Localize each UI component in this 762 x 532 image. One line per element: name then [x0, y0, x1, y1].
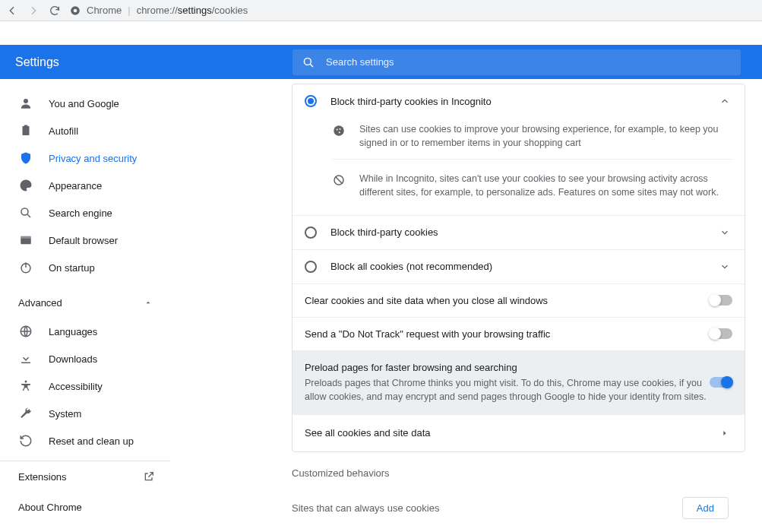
- sidebar-item-default-browser[interactable]: Default browser: [0, 226, 170, 254]
- site-label: Chrome: [87, 5, 122, 16]
- add-button[interactable]: Add: [682, 497, 729, 519]
- svg-point-14: [25, 381, 27, 383]
- site-icon: [70, 5, 81, 16]
- search-input[interactable]: [326, 56, 732, 68]
- chevron-up-icon: [144, 299, 152, 306]
- browser-icon: [18, 233, 33, 248]
- wrench-icon: [18, 406, 33, 421]
- radio-unselected[interactable]: [305, 226, 317, 239]
- search-box[interactable]: [292, 49, 741, 75]
- sidebar-item-autofill[interactable]: Autofill: [0, 117, 170, 144]
- sidebar-item-about[interactable]: About Chrome: [0, 492, 170, 522]
- toggle-do-not-track[interactable]: Send a "Do Not Track" request with your …: [292, 317, 745, 350]
- sidebar-item-appearance[interactable]: Appearance: [0, 172, 170, 199]
- settings-header: Settings: [0, 45, 762, 79]
- option-description: Sites can use cookies to improve your br…: [292, 118, 745, 215]
- power-icon: [18, 260, 33, 275]
- content-panel: Block third-party cookies in Incognito S…: [170, 79, 762, 532]
- forward-button[interactable]: [27, 5, 40, 17]
- block-icon: [332, 173, 346, 187]
- svg-point-17: [340, 128, 341, 130]
- download-icon: [18, 351, 33, 366]
- row-see-all-cookies[interactable]: See all cookies and site data: [292, 414, 745, 451]
- toggle-preload[interactable]: Preload pages for faster browsing and se…: [292, 350, 745, 414]
- svg-line-3: [310, 64, 313, 67]
- svg-point-16: [337, 129, 338, 131]
- shield-icon: [18, 150, 33, 166]
- option-block-third-party[interactable]: Block third-party cookies: [292, 215, 745, 249]
- address-bar[interactable]: Chrome | chrome://settings/cookies: [70, 5, 248, 16]
- cookies-card: Block third-party cookies in Incognito S…: [292, 84, 745, 452]
- radio-unselected[interactable]: [305, 261, 317, 273]
- sidebar-item-startup[interactable]: On startup: [0, 254, 170, 281]
- svg-rect-10: [21, 236, 31, 239]
- cookie-icon: [332, 124, 346, 138]
- svg-point-7: [21, 208, 28, 215]
- svg-point-4: [24, 99, 28, 103]
- svg-point-15: [334, 125, 344, 136]
- globe-icon: [18, 324, 33, 339]
- radio-selected[interactable]: [305, 95, 317, 107]
- svg-rect-6: [24, 125, 28, 128]
- accessibility-icon: [18, 378, 33, 394]
- svg-point-18: [339, 131, 340, 133]
- url-text: chrome://settings/cookies: [137, 5, 248, 16]
- page-title: Settings: [15, 55, 277, 69]
- chevron-up-icon: [717, 93, 732, 109]
- advanced-toggle[interactable]: Advanced: [0, 287, 170, 318]
- chevron-right-icon: [717, 426, 732, 441]
- sidebar-item-accessibility[interactable]: Accessibility: [0, 372, 170, 400]
- sidebar-item-you-and-google[interactable]: You and Google: [0, 90, 170, 117]
- svg-point-2: [304, 58, 311, 65]
- sidebar-item-search-engine[interactable]: Search engine: [0, 199, 170, 226]
- svg-line-20: [336, 177, 343, 184]
- external-link-icon: [143, 470, 155, 483]
- option-block-incognito[interactable]: Block third-party cookies in Incognito: [292, 84, 745, 118]
- sidebar-item-reset[interactable]: Reset and clean up: [0, 427, 170, 454]
- sidebar-item-privacy[interactable]: Privacy and security: [0, 144, 170, 172]
- sidebar-item-downloads[interactable]: Downloads: [0, 345, 170, 372]
- person-icon: [18, 96, 33, 111]
- sidebar: You and Google Autofill Privacy and secu…: [0, 79, 170, 532]
- toggle-clear-on-close[interactable]: Clear cookies and site data when you clo…: [292, 283, 745, 317]
- chevron-down-icon: [717, 225, 732, 240]
- search-icon: [302, 55, 315, 69]
- allow-sites-section: Sites that can always use cookies Add: [170, 482, 745, 519]
- sidebar-item-extensions[interactable]: Extensions: [0, 461, 170, 492]
- option-block-all[interactable]: Block all cookies (not recommended): [292, 249, 745, 283]
- switch-off[interactable]: [710, 328, 732, 339]
- clipboard-icon: [18, 123, 33, 138]
- restore-icon: [18, 433, 33, 448]
- reload-button[interactable]: [49, 5, 61, 17]
- palette-icon: [18, 178, 33, 193]
- svg-rect-5: [23, 126, 30, 135]
- back-button[interactable]: [6, 5, 18, 17]
- svg-point-1: [74, 8, 77, 12]
- sidebar-item-system[interactable]: System: [0, 400, 170, 427]
- chevron-down-icon: [717, 259, 732, 274]
- switch-off[interactable]: [710, 295, 732, 306]
- sidebar-item-languages[interactable]: Languages: [0, 318, 170, 345]
- browser-toolbar: Chrome | chrome://settings/cookies: [0, 0, 762, 21]
- svg-line-8: [27, 214, 30, 217]
- switch-on[interactable]: [710, 377, 732, 388]
- search-icon: [18, 205, 33, 220]
- customized-behaviors-header: Customized behaviors: [170, 452, 745, 482]
